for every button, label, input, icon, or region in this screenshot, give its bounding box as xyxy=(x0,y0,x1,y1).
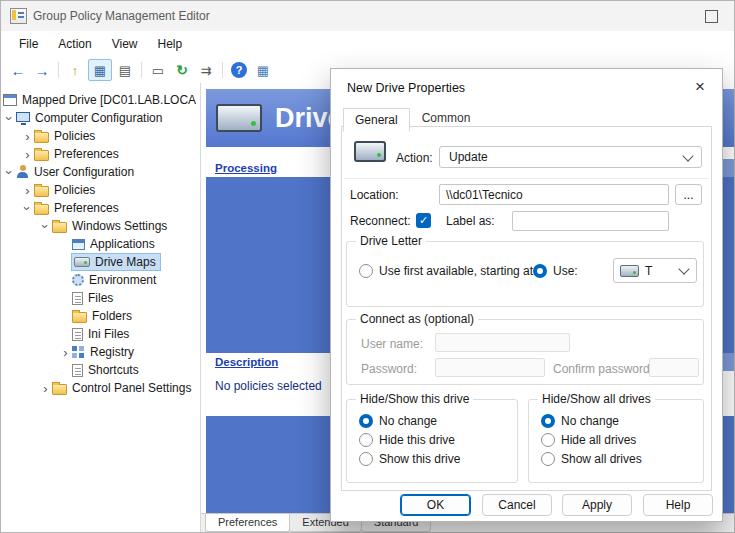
folder-icon xyxy=(34,204,49,215)
tree-item-label: Folders xyxy=(92,309,132,323)
radio-selected-icon xyxy=(533,264,547,278)
tree-item-computer-configuration[interactable]: › Computer Configuration xyxy=(1,109,200,127)
maximize-button[interactable] xyxy=(705,10,718,23)
applications-icon xyxy=(72,239,85,250)
radio-use[interactable]: Use: xyxy=(533,264,578,278)
tree-item-user-configuration[interactable]: › User Configuration xyxy=(1,163,200,181)
radio-this-no-change[interactable]: No change xyxy=(359,414,437,428)
radio-label: Use first available, starting at: xyxy=(379,264,536,278)
tree-item-control-panel-settings[interactable]: › Control Panel Settings xyxy=(1,379,200,397)
tree-item-applications[interactable]: Applications xyxy=(1,235,200,253)
help-button[interactable]: Help xyxy=(643,494,713,516)
menu-view[interactable]: View xyxy=(102,34,148,54)
drive-icon xyxy=(74,257,90,267)
action-select[interactable]: Update xyxy=(439,146,702,168)
location-input[interactable] xyxy=(439,184,669,205)
print-icon[interactable]: ▭ xyxy=(147,60,169,80)
menubar: File Action View Help xyxy=(1,31,734,57)
toolbar-separator xyxy=(58,62,59,78)
no-policies-text: No policies selected xyxy=(215,379,322,393)
radio-label: Hide all drives xyxy=(561,433,636,447)
show-console-tree-icon[interactable]: ▦ xyxy=(88,59,112,81)
forward-icon[interactable]: → xyxy=(31,60,53,80)
tab-general[interactable]: General xyxy=(343,108,410,132)
tab-common[interactable]: Common xyxy=(410,106,483,131)
ok-button[interactable]: OK xyxy=(400,494,471,516)
folder-icon xyxy=(34,186,49,197)
radio-hide-this-drive[interactable]: Hide this drive xyxy=(359,433,455,447)
tree-item-label: Applications xyxy=(90,237,155,251)
tree-item-computer-preferences[interactable]: › Preferences xyxy=(1,145,200,163)
properties-icon[interactable]: ▤ xyxy=(114,60,136,80)
chevron-right-icon[interactable]: › xyxy=(59,346,72,359)
drive-letter-select[interactable]: T xyxy=(613,258,697,283)
drive-icon xyxy=(354,141,386,162)
label-as-label: Label as: xyxy=(446,214,495,228)
tree-item-files[interactable]: Files xyxy=(1,289,200,307)
tab-preferences[interactable]: Preferences xyxy=(205,514,290,532)
menu-file[interactable]: File xyxy=(9,34,48,54)
tree-item-computer-policies[interactable]: › Policies xyxy=(1,127,200,145)
tree-item-shortcuts[interactable]: Shortcuts xyxy=(1,361,200,379)
help-icon[interactable]: ? xyxy=(231,62,247,78)
close-icon[interactable]: × xyxy=(688,75,712,99)
tree-item-user-policies[interactable]: › Policies xyxy=(1,181,200,199)
cancel-button[interactable]: Cancel xyxy=(482,494,552,516)
tree-item-label: Ini Files xyxy=(88,327,129,341)
radio-label: No change xyxy=(379,414,437,428)
chevron-right-icon[interactable]: › xyxy=(21,148,34,161)
chevron-down-icon[interactable]: › xyxy=(3,166,16,179)
tree-item-ini-files[interactable]: Ini Files xyxy=(1,325,200,343)
user-icon xyxy=(16,165,29,179)
chevron-down-icon[interactable]: › xyxy=(39,220,52,233)
folder-icon xyxy=(34,150,49,161)
tree-item-drive-maps[interactable]: Drive Maps xyxy=(1,253,200,271)
tree-item-root[interactable]: Mapped Drive [DC01.LAB.LOCA xyxy=(1,91,200,109)
tree-item-label: Drive Maps xyxy=(95,255,156,269)
chevron-right-icon[interactable]: › xyxy=(21,184,34,197)
export-list-icon[interactable]: ⇉ xyxy=(195,60,217,80)
chevron-right-icon[interactable]: › xyxy=(39,382,52,395)
radio-selected-icon xyxy=(359,414,373,428)
folder-icon xyxy=(52,384,67,395)
folders-icon xyxy=(72,312,87,323)
radio-all-no-change[interactable]: No change xyxy=(541,414,619,428)
menu-action[interactable]: Action xyxy=(48,34,101,54)
tree-item-registry[interactable]: › Registry xyxy=(1,343,200,361)
radio-icon xyxy=(541,433,555,447)
radio-hide-all-drives[interactable]: Hide all drives xyxy=(541,433,636,447)
radio-icon xyxy=(541,452,555,466)
processing-link[interactable]: Processing xyxy=(215,162,277,174)
up-one-level-icon[interactable]: ↑ xyxy=(64,60,86,80)
radio-show-this-drive[interactable]: Show this drive xyxy=(359,452,460,466)
chevron-down-icon[interactable]: › xyxy=(3,112,16,125)
radio-use-first-available[interactable]: Use first available, starting at: xyxy=(359,264,536,278)
confirm-password-input xyxy=(649,358,699,377)
tree-item-label: Policies xyxy=(54,183,95,197)
location-label: Location: xyxy=(350,188,399,202)
radio-show-all-drives[interactable]: Show all drives xyxy=(541,452,642,466)
tree-item-windows-settings[interactable]: › Windows Settings xyxy=(1,217,200,235)
connect-as-group: Connect as (optional) User name: Passwor… xyxy=(346,319,704,385)
tree-item-folders[interactable]: Folders xyxy=(1,307,200,325)
chevron-down-icon[interactable]: › xyxy=(21,202,34,215)
titlebar: Group Policy Management Editor xyxy=(1,1,734,31)
tree-item-user-preferences[interactable]: › Preferences xyxy=(1,199,200,217)
password-label: Password: xyxy=(361,362,417,376)
toolbar-separator xyxy=(222,62,223,78)
dialog-title: New Drive Properties xyxy=(347,81,465,95)
chevron-right-icon[interactable]: › xyxy=(21,130,34,143)
description-link[interactable]: Description xyxy=(215,356,278,368)
hide-show-this-drive-group: Hide/Show this drive No change Hide this… xyxy=(346,399,518,483)
reconnect-checkbox[interactable]: ✓ xyxy=(416,213,431,228)
menu-help[interactable]: Help xyxy=(148,34,193,54)
label-as-input[interactable] xyxy=(512,211,669,231)
browse-button[interactable]: ... xyxy=(675,184,702,205)
apply-button[interactable]: Apply xyxy=(562,494,632,516)
refresh-icon[interactable]: ↻ xyxy=(171,60,193,80)
back-icon[interactable]: ← xyxy=(7,60,29,80)
hide-show-all-drives-group: Hide/Show all drives No change Hide all … xyxy=(528,399,704,483)
registry-icon xyxy=(72,346,85,359)
tree-item-environment[interactable]: Environment xyxy=(1,271,200,289)
new-window-icon[interactable]: ▦ xyxy=(252,60,274,80)
